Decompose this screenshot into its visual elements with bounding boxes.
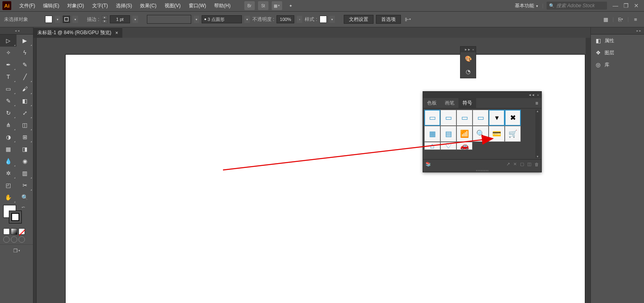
- type-tool[interactable]: T: [0, 71, 17, 83]
- isolate-icon[interactable]: ⎘▾: [616, 15, 625, 24]
- layers-panel-button[interactable]: ❖ 图层: [591, 47, 644, 59]
- variable-width-profile[interactable]: [147, 15, 191, 24]
- pen-tool[interactable]: ✒: [0, 59, 17, 71]
- draw-normal[interactable]: [3, 236, 10, 243]
- minimize-button[interactable]: —: [610, 1, 621, 10]
- vertical-scrollbar[interactable]: [586, 38, 590, 303]
- draw-behind[interactable]: [11, 236, 17, 243]
- symbols-panel-resize[interactable]: [423, 169, 541, 172]
- stroke-dropdown[interactable]: ▾: [72, 16, 78, 23]
- bridge-button[interactable]: Br: [244, 1, 255, 10]
- symbol-button-3[interactable]: ▭: [456, 110, 473, 126]
- symbols-panel-header[interactable]: ◄◄ ×: [423, 92, 541, 98]
- symbols-panel[interactable]: ◄◄ × 色板 画笔 符号 ≡ ▭ ▭ ▭ ▭ ▾ ✖ ▦ ▤ 📶 🔍 💳 🛒 …: [423, 91, 542, 172]
- symbol-dropdown[interactable]: ▾: [489, 110, 505, 126]
- symbol-cart[interactable]: 🛒: [505, 126, 521, 142]
- symbols-panel-menu[interactable]: ≡: [532, 100, 541, 106]
- control-menu-icon[interactable]: ≡: [631, 15, 640, 24]
- stroke-weight-dropdown[interactable]: ▾: [132, 16, 138, 23]
- color-mode-none[interactable]: [19, 228, 25, 235]
- gpu-preview-button[interactable]: ✦: [285, 1, 296, 10]
- fill-stroke-control[interactable]: ⤺: [3, 205, 30, 227]
- brush-definition[interactable]: 3 点圆形: [202, 15, 242, 23]
- symbol-heart[interactable]: ♡: [440, 142, 456, 150]
- magic-wand-tool[interactable]: ✧: [0, 47, 17, 59]
- stock-search-input[interactable]: 🔍 搜索 Adobe Stock: [547, 2, 607, 10]
- symbol-car[interactable]: 🚗: [456, 142, 473, 150]
- width-tool[interactable]: ⋔: [0, 119, 17, 131]
- direct-selection-tool[interactable]: ▶: [17, 35, 33, 47]
- symbol-button-1[interactable]: ▭: [424, 110, 440, 126]
- screen-mode-button[interactable]: ❐▾: [0, 244, 33, 256]
- brushes-tab[interactable]: 画笔: [441, 98, 458, 108]
- color-guide-panel-icon[interactable]: ◔: [460, 65, 476, 78]
- selection-tool[interactable]: ▷: [0, 35, 17, 47]
- fill-swatch[interactable]: [45, 16, 52, 23]
- stroke-weight-input[interactable]: 1 pt: [110, 15, 130, 23]
- mini-dock-close-icon[interactable]: ×: [472, 48, 474, 51]
- transform-panel-icon[interactable]: ▦: [601, 15, 610, 24]
- stock-button[interactable]: St: [258, 1, 268, 10]
- rectangle-tool[interactable]: ▭: [0, 83, 17, 95]
- shaper-tool[interactable]: ✎: [0, 95, 17, 107]
- fill-dropdown[interactable]: ▾: [55, 16, 60, 23]
- color-mode-solid[interactable]: [3, 228, 10, 235]
- gradient-tool[interactable]: ◨: [17, 143, 33, 155]
- symbols-panel-collapse-icon[interactable]: ◄◄: [528, 93, 535, 97]
- document-setup-button[interactable]: 文档设置: [344, 15, 374, 24]
- menu-effect[interactable]: 效果(C): [136, 1, 161, 11]
- libraries-panel-button[interactable]: ◎ 库: [591, 59, 644, 71]
- document-tab[interactable]: 未标题-1 @ 84% (RGB/GPU 预览) ×: [33, 27, 122, 38]
- lasso-tool[interactable]: ϟ: [17, 47, 33, 59]
- mini-dock[interactable]: ►► × 🎨 ◔: [460, 46, 476, 78]
- zoom-tool[interactable]: 🔍: [17, 191, 33, 203]
- menu-edit[interactable]: 编辑(E): [39, 1, 63, 11]
- close-window-button[interactable]: ✕: [631, 1, 642, 10]
- symbol-libraries-menu[interactable]: 📚: [425, 162, 431, 167]
- variable-width-dropdown[interactable]: ▾: [194, 16, 199, 23]
- document-tab-close[interactable]: ×: [116, 30, 118, 36]
- shape-builder-tool[interactable]: ◑: [0, 131, 17, 143]
- slice-tool[interactable]: ✂: [17, 179, 33, 191]
- paintbrush-tool[interactable]: 🖌: [17, 83, 33, 95]
- line-segment-tool[interactable]: ╱: [17, 71, 33, 83]
- place-symbol-instance-icon[interactable]: ↗: [506, 162, 510, 167]
- new-symbol-icon[interactable]: ◫: [527, 162, 531, 167]
- symbols-tab[interactable]: 符号: [458, 98, 476, 108]
- menu-view[interactable]: 视图(V): [161, 1, 185, 11]
- scale-tool[interactable]: ⤢: [17, 107, 33, 119]
- eraser-tool[interactable]: ◧: [17, 95, 33, 107]
- opacity-dropdown[interactable]: ›: [297, 16, 302, 23]
- hand-tool[interactable]: ✋: [0, 191, 17, 203]
- right-dock-collapse[interactable]: [591, 27, 644, 35]
- symbol-button-4[interactable]: ▭: [473, 110, 489, 126]
- graphic-style-swatch[interactable]: [320, 16, 327, 23]
- workspace-switcher[interactable]: 基本功能 ▾: [511, 2, 542, 10]
- symbol-grid[interactable]: ▦: [424, 126, 440, 142]
- mini-dock-header[interactable]: ►► ×: [460, 47, 476, 52]
- perspective-grid-tool[interactable]: ⊞: [17, 131, 33, 143]
- symbol-card[interactable]: 💳: [489, 126, 505, 142]
- rotate-tool[interactable]: ↻: [0, 107, 17, 119]
- symbol-search[interactable]: 🔍: [473, 126, 489, 142]
- opacity-input[interactable]: 100%: [277, 15, 294, 23]
- symbol-button-2[interactable]: ▭: [440, 110, 456, 126]
- color-panel-icon[interactable]: 🎨: [460, 52, 476, 65]
- column-graph-tool[interactable]: ▥: [17, 167, 33, 179]
- arrange-documents-button[interactable]: ▦▾: [272, 1, 282, 10]
- mesh-tool[interactable]: ▦: [0, 143, 17, 155]
- symbol-options-icon[interactable]: ▢: [520, 162, 524, 167]
- artboard-tool[interactable]: ◰: [0, 179, 17, 191]
- menu-object[interactable]: 对象(O): [63, 1, 88, 11]
- menu-select[interactable]: 选择(S): [112, 1, 136, 11]
- stroke-box[interactable]: [9, 211, 22, 223]
- symbol-sprayer-tool[interactable]: ✲: [0, 167, 17, 179]
- free-transform-tool[interactable]: ◫: [17, 119, 33, 131]
- brush-dropdown[interactable]: ▾: [244, 16, 250, 23]
- break-link-icon[interactable]: ⨯: [513, 162, 517, 167]
- symbols-scrollbar[interactable]: [535, 110, 540, 158]
- graphic-style-dropdown[interactable]: ▾: [329, 16, 335, 23]
- align-to-button[interactable]: ⊩▾: [403, 15, 412, 24]
- symbol-rss[interactable]: 📶: [456, 126, 473, 142]
- mini-dock-collapse-icon[interactable]: ►►: [464, 48, 471, 51]
